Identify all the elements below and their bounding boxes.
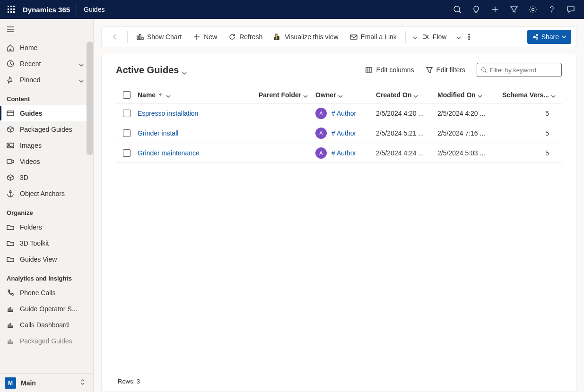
select-all-checkbox[interactable] (123, 91, 131, 99)
sidebar-scrollbar[interactable] (87, 42, 93, 155)
filter-input[interactable] (489, 67, 558, 74)
sidebar-item-calls-dashboard[interactable]: Calls Dashboard (0, 317, 93, 333)
plus-icon[interactable] (486, 0, 505, 19)
sidebar-item-home[interactable]: Home (0, 40, 93, 56)
sidebar-item-phone-calls[interactable]: Phone Calls (0, 285, 93, 301)
sidebar-item-packaged-guides-2[interactable]: Packaged Guides (0, 333, 93, 349)
sidebar-item-images[interactable]: Images (0, 137, 93, 153)
owner-link[interactable]: # Author (331, 110, 356, 117)
svg-point-51 (469, 39, 470, 40)
filter-icon[interactable] (505, 0, 523, 19)
modified-cell: 2/5/2024 5:03 ... (437, 149, 499, 157)
record-link[interactable]: Espresso installation (138, 110, 198, 117)
chat-icon[interactable] (561, 0, 580, 19)
svg-rect-41 (139, 34, 141, 40)
row-checkbox[interactable] (123, 129, 131, 137)
svg-rect-45 (276, 34, 277, 40)
avatar: A (315, 147, 327, 159)
share-button[interactable]: Share (527, 30, 571, 44)
sidebar-item-pinned[interactable]: Pinned (0, 72, 93, 88)
svg-rect-31 (12, 310, 13, 312)
brand-label[interactable]: Dynamics 365 (23, 6, 70, 14)
new-button[interactable]: New (188, 28, 222, 45)
edit-columns-button[interactable]: Edit columns (365, 66, 414, 74)
grid-card: Active Guides Edit columns Edit filters … (101, 54, 576, 392)
edit-filters-button[interactable]: Edit filters (426, 66, 465, 74)
row-checkbox[interactable] (123, 149, 131, 157)
owner-link[interactable]: # Author (331, 149, 356, 157)
svg-point-52 (536, 34, 538, 36)
chevron-down-icon[interactable] (453, 34, 459, 39)
sidebar-item-guides[interactable]: Guides (0, 105, 93, 121)
refresh-button[interactable]: Refresh (224, 28, 267, 45)
back-button[interactable] (106, 28, 123, 45)
row-checkbox[interactable] (123, 110, 131, 117)
svg-point-25 (10, 191, 11, 192)
main-area: Show Chart New Refresh Visualize this vi… (94, 19, 584, 392)
record-link[interactable]: Grinder install (138, 129, 178, 137)
table-row[interactable]: Espresso installation A# Author 2/5/2024… (116, 103, 562, 123)
created-cell: 2/5/2024 5:21 ... (376, 129, 437, 137)
overflow-button[interactable] (461, 28, 478, 45)
area-label: Main (21, 379, 36, 387)
schema-cell: 5 (499, 110, 556, 117)
row-count: Rows: 3 (116, 372, 562, 392)
table-row[interactable]: Grinder maintenance A# Author 2/5/2024 4… (116, 143, 562, 163)
chevron-down-icon (182, 68, 186, 72)
help-icon[interactable] (542, 0, 561, 19)
sidebar-item-recent[interactable]: Recent (0, 56, 93, 72)
lightbulb-icon[interactable] (467, 0, 486, 19)
section-analytics: Analytics and Insights (0, 267, 93, 285)
sidebar-footer[interactable]: M Main (0, 373, 93, 392)
chevron-down-icon[interactable] (410, 34, 415, 39)
chart-icon (7, 321, 14, 329)
anchor-icon (7, 190, 14, 197)
svg-rect-48 (350, 35, 357, 39)
column-header-name[interactable]: Name (138, 91, 259, 99)
email-link-button[interactable]: Email a Link (345, 28, 401, 45)
svg-rect-37 (8, 341, 9, 344)
visualize-button[interactable]: Visualize this view (269, 28, 343, 45)
sidebar-item-object-anchors[interactable]: Object Anchors (0, 186, 93, 202)
svg-rect-4 (10, 9, 12, 10)
svg-rect-30 (10, 307, 11, 312)
app-name[interactable]: Guides (84, 6, 105, 13)
svg-rect-35 (12, 326, 13, 328)
chevron-down-icon (478, 93, 482, 97)
topbar: Dynamics 365 Guides (0, 0, 584, 19)
sidebar-item-folders[interactable]: Folders (0, 219, 93, 235)
svg-rect-34 (10, 324, 11, 328)
sidebar-item-operator[interactable]: Guide Operator S... (0, 301, 93, 317)
sort-asc-icon (158, 93, 163, 97)
column-header-schema[interactable]: Schema Vers... (499, 91, 556, 99)
record-link[interactable]: Grinder maintenance (138, 149, 200, 157)
sidebar-item-3d[interactable]: 3D (0, 170, 93, 186)
sidebar-item-3d-toolkit[interactable]: 3D Toolkit (0, 235, 93, 251)
column-header-owner[interactable]: Owner (315, 91, 376, 99)
package-icon (7, 126, 14, 133)
search-icon[interactable] (448, 0, 467, 19)
search-icon (481, 67, 487, 73)
show-chart-button[interactable]: Show Chart (131, 28, 186, 45)
updown-icon[interactable] (80, 379, 86, 387)
chevron-down-icon (551, 93, 556, 97)
sidebar-item-videos[interactable]: Videos (0, 153, 93, 170)
section-organize: Organize (0, 202, 93, 219)
sidebar-item-guides-view[interactable]: Guides View (0, 251, 93, 267)
owner-link[interactable]: # Author (331, 129, 356, 137)
filter-input-wrapper[interactable] (477, 63, 562, 77)
flow-button[interactable]: Flow (417, 28, 452, 45)
view-selector[interactable]: Active Guides (116, 65, 186, 76)
hamburger-icon[interactable] (0, 19, 93, 40)
column-header-created[interactable]: Created On (376, 91, 437, 99)
column-header-parent-folder[interactable]: Parent Folder (259, 91, 315, 99)
table-row[interactable]: Grinder install A# Author 2/5/2024 5:21 … (116, 123, 562, 143)
column-header-modified[interactable]: Modified On (437, 91, 499, 99)
svg-rect-2 (13, 6, 15, 7)
svg-rect-3 (8, 9, 9, 10)
gear-icon[interactable] (523, 0, 542, 19)
waffle-icon[interactable] (4, 2, 19, 17)
sidebar: Home Recent Pinned Content Guides Packag… (0, 19, 94, 392)
svg-point-54 (536, 38, 538, 40)
sidebar-item-packaged-guides[interactable]: Packaged Guides (0, 121, 93, 137)
